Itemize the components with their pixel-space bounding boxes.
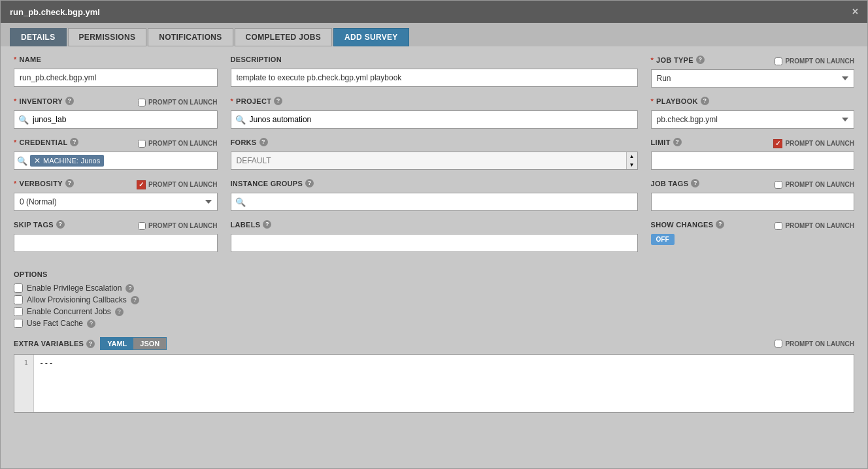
job-tags-prompt-checkbox[interactable] xyxy=(775,181,782,189)
close-button[interactable]: × xyxy=(852,6,858,18)
inventory-input[interactable] xyxy=(33,111,217,128)
tab-notifications[interactable]: NOTIFICATIONS xyxy=(148,28,233,46)
project-input-wrap: 🔍 xyxy=(231,110,638,129)
field-skip-tags: SKIP TAGS ? PROMPT ON LAUNCH xyxy=(14,220,218,252)
format-tabs: YAML JSON xyxy=(100,337,167,350)
skip-tags-input[interactable] xyxy=(14,234,218,252)
field-labels: LABELS ? xyxy=(231,220,638,252)
name-input[interactable] xyxy=(14,69,218,87)
forks-up-button[interactable]: ▲ xyxy=(627,152,637,161)
enable-privilege-escalation-checkbox[interactable] xyxy=(14,283,23,293)
description-input[interactable] xyxy=(231,69,638,87)
row-name-desc-jobtype: * NAME DESCRIPTION * xyxy=(14,56,854,88)
tab-bar: DETAILS PERMISSIONS NOTIFICATIONS COMPLE… xyxy=(1,23,867,46)
labels-label: LABELS ? xyxy=(231,220,272,229)
limit-prompt-checkbox[interactable]: ✓ xyxy=(773,139,782,148)
field-limit: LIMIT ? ✓ PROMPT ON LAUNCH xyxy=(651,138,855,170)
job-tags-prompt: PROMPT ON LAUNCH xyxy=(775,181,854,189)
project-input[interactable] xyxy=(250,111,637,128)
labels-input[interactable] xyxy=(231,234,638,252)
inventory-prompt-checkbox[interactable] xyxy=(138,99,146,106)
enable-concurrent-jobs-help-icon[interactable]: ? xyxy=(115,308,124,316)
credential-tag-type: MACHINE: xyxy=(43,157,78,165)
name-required: * xyxy=(14,56,17,63)
modal-title: run_pb.check.bgp.yml xyxy=(10,7,100,17)
extra-variables-help-icon[interactable]: ? xyxy=(86,340,95,348)
verbosity-prompt: ✓ PROMPT ON LAUNCH xyxy=(137,180,218,189)
enable-concurrent-jobs-checkbox[interactable] xyxy=(14,307,23,316)
forks-input[interactable] xyxy=(231,152,626,169)
job-type-prompt-checkbox[interactable] xyxy=(775,57,782,65)
instance-groups-help-icon[interactable]: ? xyxy=(305,179,314,187)
credential-help-icon[interactable]: ? xyxy=(70,138,78,146)
credential-input-wrap: 🔍 ✕ MACHINE: Junos xyxy=(14,152,218,170)
inventory-prompt: PROMPT ON LAUNCH xyxy=(138,99,218,106)
use-fact-cache-help-icon[interactable]: ? xyxy=(87,319,95,328)
verbosity-prompt-checkbox[interactable]: ✓ xyxy=(137,180,146,189)
code-editor: 1 --- xyxy=(14,354,854,413)
skip-tags-help-icon[interactable]: ? xyxy=(56,220,65,229)
forks-down-button[interactable]: ▼ xyxy=(627,161,637,169)
row-credential-forks-limit: * CREDENTIAL ? PROMPT ON LAUNCH 🔍 ✕ MACH… xyxy=(14,138,854,170)
show-changes-help-icon[interactable]: ? xyxy=(716,220,724,229)
show-changes-toggle[interactable]: OFF xyxy=(651,234,675,245)
form-body: * NAME DESCRIPTION * xyxy=(1,46,867,270)
credential-prompt-checkbox[interactable] xyxy=(138,140,146,148)
use-fact-cache-checkbox[interactable] xyxy=(14,319,23,328)
code-content[interactable]: --- xyxy=(34,355,854,412)
skip-tags-prompt-checkbox[interactable] xyxy=(138,222,146,230)
field-job-type: * JOB TYPE ? PROMPT ON LAUNCH Run Check … xyxy=(651,56,855,88)
inventory-search-icon: 🔍 xyxy=(14,115,33,125)
project-help-icon[interactable]: ? xyxy=(274,97,282,105)
instance-groups-input-wrap: 🔍 xyxy=(231,193,638,211)
allow-provisioning-callbacks-checkbox[interactable] xyxy=(14,295,23,304)
field-instance-groups: INSTANCE GROUPS ? 🔍 xyxy=(231,179,638,211)
tab-details[interactable]: DETAILS xyxy=(10,28,67,46)
show-changes-prompt-checkbox[interactable] xyxy=(775,222,782,230)
modal: run_pb.check.bgp.yml × DETAILS PERMISSIO… xyxy=(0,0,868,469)
verbosity-help-icon[interactable]: ? xyxy=(65,179,74,187)
option-enable-privilege-escalation: Enable Privilege Escalation ? xyxy=(14,283,854,293)
format-tab-yaml[interactable]: YAML xyxy=(101,338,133,349)
inventory-help-icon[interactable]: ? xyxy=(65,97,74,105)
job-type-select[interactable]: Run Check Scan xyxy=(651,69,855,88)
instance-groups-input[interactable] xyxy=(250,193,637,210)
allow-provisioning-callbacks-help-icon[interactable]: ? xyxy=(131,296,139,304)
options-section: OPTIONS Enable Privilege Escalation ? Al… xyxy=(1,270,867,337)
extra-variables-label: EXTRA VARIABLES ? xyxy=(14,340,95,348)
options-title: OPTIONS xyxy=(14,270,854,278)
field-forks: FORKS ? ▲ ▼ xyxy=(231,138,638,170)
credential-search-icon: 🔍 xyxy=(17,156,27,166)
limit-help-icon[interactable]: ? xyxy=(673,138,682,146)
tab-permissions[interactable]: PERMISSIONS xyxy=(68,28,147,46)
forks-help-icon[interactable]: ? xyxy=(259,138,268,146)
limit-input[interactable] xyxy=(651,152,855,170)
option-allow-provisioning-callbacks: Allow Provisioning Callbacks ? xyxy=(14,295,854,304)
field-credential: * CREDENTIAL ? PROMPT ON LAUNCH 🔍 ✕ MACH… xyxy=(14,138,218,170)
playbook-help-icon[interactable]: ? xyxy=(701,97,709,105)
format-tab-json[interactable]: JSON xyxy=(133,338,166,349)
tab-add-survey[interactable]: ADD SURVEY xyxy=(333,28,409,46)
tab-completed-jobs[interactable]: COMPLETED JOBS xyxy=(235,28,333,46)
credential-remove-button[interactable]: ✕ xyxy=(34,156,41,165)
field-name: * NAME xyxy=(14,56,218,88)
playbook-label: * PLAYBOOK ? xyxy=(651,97,709,105)
enable-privilege-escalation-help-icon[interactable]: ? xyxy=(125,284,134,293)
skip-tags-label: SKIP TAGS ? xyxy=(14,220,65,229)
extra-variables-section: EXTRA VARIABLES ? YAML JSON PROMPT ON LA… xyxy=(1,337,867,419)
verbosity-select[interactable]: 0 (Normal) 1 (Verbose) 2 (More Verbose) … xyxy=(14,193,218,211)
name-label: * NAME xyxy=(14,56,41,63)
playbook-select[interactable]: pb.check.bgp.yml xyxy=(651,110,855,129)
modal-header: run_pb.check.bgp.yml × xyxy=(1,1,867,23)
credential-tag: ✕ MACHINE: Junos xyxy=(30,155,104,167)
forks-label: FORKS ? xyxy=(231,138,268,146)
project-search-icon: 🔍 xyxy=(231,115,250,125)
job-type-help-icon[interactable]: ? xyxy=(696,56,705,64)
labels-help-icon[interactable]: ? xyxy=(263,220,271,229)
job-tags-help-icon[interactable]: ? xyxy=(691,179,699,187)
line-number-1: 1 xyxy=(20,359,28,367)
extra-variables-header: EXTRA VARIABLES ? YAML JSON PROMPT ON LA… xyxy=(14,337,854,350)
extra-variables-prompt-checkbox[interactable] xyxy=(775,340,782,348)
job-tags-input[interactable] xyxy=(651,193,855,211)
line-numbers: 1 xyxy=(14,355,34,412)
